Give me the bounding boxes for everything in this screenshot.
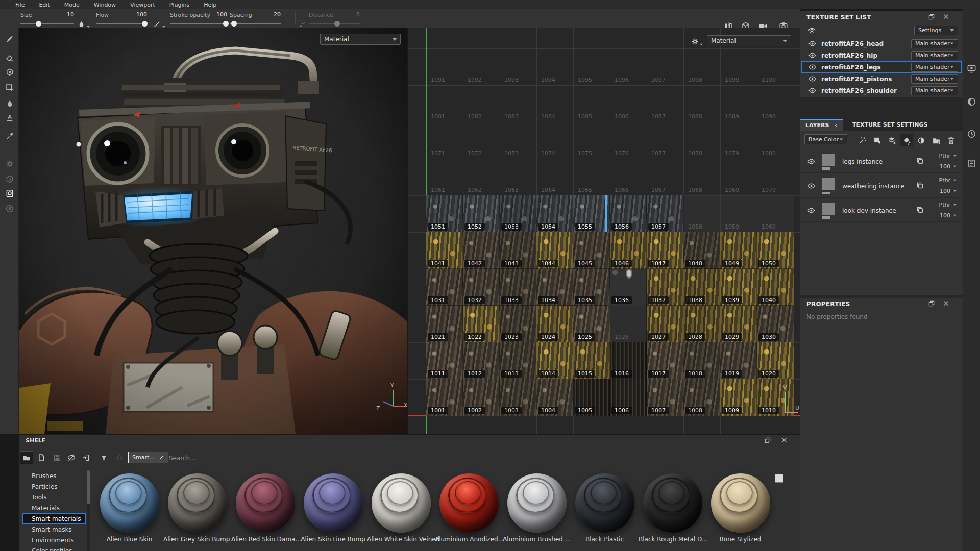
menu-file[interactable]: File — [8, 1, 32, 9]
filter-chip[interactable]: Smart... — [128, 452, 168, 463]
udim-tile-1060[interactable]: 1060 — [757, 195, 794, 232]
udim-tile-1046[interactable]: 1046 — [610, 232, 647, 269]
udim-tile-1017[interactable]: 1017 — [647, 342, 683, 379]
texture-set-settings-button[interactable]: Settings — [914, 26, 958, 35]
flow-slider[interactable] — [96, 23, 147, 24]
udim-tile-1049[interactable]: 1049 — [720, 232, 757, 269]
udim-tile-1071[interactable]: 1071 — [426, 122, 463, 159]
udim-tile-1040[interactable]: 1040 — [757, 269, 794, 306]
stroke_opacity-value[interactable]: 100 — [205, 11, 227, 18]
udim-tile-1053[interactable]: 1053 — [500, 195, 536, 232]
shelf-search-input[interactable] — [168, 452, 323, 464]
layer-visibility-icon[interactable] — [807, 158, 815, 165]
substance-share-icon[interactable] — [0, 202, 19, 216]
shelf-close-icon[interactable] — [781, 437, 788, 443]
texture-set-row-retrofitaf26-hip[interactable]: retrofitAF26_hip Main shader — [801, 49, 962, 61]
layer-row-look-dev-instance[interactable]: look dev instance Pthr 100 — [800, 199, 963, 222]
menu-mode[interactable]: Mode — [57, 1, 87, 9]
layer-opacity[interactable]: 100 — [940, 163, 957, 170]
brush-tip-preview[interactable] — [78, 20, 90, 28]
udim-tile-1085[interactable]: 1085 — [573, 85, 610, 122]
udim-tile-1018[interactable]: 1018 — [683, 342, 720, 379]
shader-dropdown[interactable]: Main shader — [911, 63, 958, 72]
material-sphere-preview[interactable] — [575, 473, 634, 533]
udim-tile-1095[interactable]: 1095 — [573, 48, 610, 85]
udim-tile-1051[interactable]: 1051 — [426, 195, 463, 232]
udim-tile-1089[interactable]: 1089 — [720, 85, 757, 122]
udim-tile-1016[interactable]: 1016 — [610, 342, 647, 379]
flow-value[interactable]: 100 — [125, 11, 147, 18]
udim-tile-1006[interactable]: 1006 — [610, 379, 647, 416]
udim-tile-1084[interactable]: 1084 — [536, 85, 573, 122]
shelf-category-environments[interactable]: Environments — [32, 537, 74, 544]
distance-slider[interactable] — [309, 23, 360, 24]
viewport3d-shading-dropdown[interactable]: Material — [320, 34, 401, 45]
shelf-category-materials[interactable]: Materials — [32, 505, 60, 512]
log-icon[interactable] — [963, 156, 980, 170]
udim-tile-1013[interactable]: 1013 — [500, 342, 536, 379]
channel-dropdown[interactable]: Base Color — [804, 134, 847, 144]
udim-tile-1080[interactable]: 1080 — [757, 122, 794, 159]
visibility-eye-icon[interactable] — [808, 40, 816, 47]
menu-edit[interactable]: Edit — [32, 1, 57, 9]
add-fill-icon[interactable] — [900, 134, 913, 146]
texture-set-list-header-undock-icon[interactable] — [928, 13, 935, 20]
udim-tile-1036[interactable]: 1036 — [610, 269, 647, 306]
udim-tile-1059[interactable]: 1059 — [720, 195, 757, 232]
eraser-icon[interactable] — [0, 50, 19, 64]
visibility-eye-icon[interactable] — [808, 63, 816, 71]
tab-close-icon[interactable] — [833, 123, 838, 128]
menu-plugins[interactable]: Plugins — [162, 1, 197, 9]
history-icon[interactable] — [963, 127, 980, 141]
udim-tile-1094[interactable]: 1094 — [536, 48, 573, 85]
udim-tile-1007[interactable]: 1007 — [647, 379, 683, 416]
shelf-category-particles[interactable]: Particles — [32, 483, 58, 490]
layer-name[interactable]: weathering instance — [842, 183, 904, 190]
material-alien-red-skin-dama[interactable]: Alien Red Skin Dama... — [231, 473, 299, 543]
material-alien-blue-skin[interactable]: Alien Blue Skin — [95, 473, 163, 543]
material-bone-stylized[interactable]: Bone Stylized — [706, 473, 774, 543]
udim-tile-1067[interactable]: 1067 — [647, 159, 683, 195]
texture-set-row-retrofitaf26-legs[interactable]: retrofitAF26_legs Main shader — [801, 61, 962, 73]
material-alien-white-skin-veined[interactable]: Alien White Skin Veined — [367, 473, 435, 543]
visibility-eye-icon[interactable] — [808, 87, 816, 94]
udim-tile-1032[interactable]: 1032 — [463, 269, 500, 306]
udim-tile-1092[interactable]: 1092 — [463, 48, 500, 85]
texture-set-row-retrofitaf26-shoulder[interactable]: retrofitAF26_shoulder Main shader — [801, 85, 962, 96]
udim-tile-1012[interactable]: 1012 — [463, 342, 500, 379]
material-aluminium-brushed[interactable]: Aluminium Brushed ... — [503, 473, 571, 543]
udim-tile-1029[interactable]: 1029 — [720, 306, 757, 342]
material-sphere-preview[interactable] — [168, 473, 227, 533]
udim-tile-1009[interactable]: 1009 — [720, 379, 757, 416]
tab-layers[interactable]: LAYERS — [800, 119, 843, 131]
visibility-sync-icon[interactable] — [807, 26, 816, 35]
udim-tile-1052[interactable]: 1052 — [463, 195, 500, 232]
udim-tile-1077[interactable]: 1077 — [647, 122, 683, 159]
udim-tile-1004[interactable]: 1004 — [536, 379, 573, 416]
udim-tile-1073[interactable]: 1073 — [500, 122, 536, 159]
shelf-category-tools[interactable]: Tools — [32, 494, 47, 501]
material-aluminium-anodized[interactable]: Aluminium Anodized... — [435, 473, 503, 543]
shader-settings-icon[interactable] — [963, 94, 980, 109]
udim-tile-1041[interactable]: 1041 — [426, 232, 463, 269]
udim-tile-1019[interactable]: 1019 — [720, 342, 757, 379]
udim-tile-1063[interactable]: 1063 — [500, 159, 536, 195]
udim-tile-1065[interactable]: 1065 — [573, 159, 610, 195]
add-folder-icon[interactable] — [929, 134, 943, 146]
properties-header-undock-icon[interactable] — [928, 300, 935, 307]
clone-stamp-icon[interactable] — [0, 111, 19, 126]
material-alien-skin-fine-bump[interactable]: Alien Skin Fine Bump — [299, 473, 367, 543]
resources-updater-icon[interactable] — [0, 186, 19, 201]
filter-icon[interactable] — [97, 451, 110, 464]
layer-row-weathering-instance[interactable]: weathering instance Pthr 100 — [800, 174, 963, 198]
delete-icon[interactable] — [944, 134, 958, 146]
viewport2d-shading-dropdown[interactable]: Material — [707, 35, 791, 46]
layer-visibility-icon[interactable] — [807, 207, 815, 214]
udim-tile-1057[interactable]: 1057 — [647, 195, 683, 232]
udim-tile-1091[interactable]: 1091 — [426, 48, 463, 85]
udim-tile-1005[interactable]: 1005 — [573, 379, 610, 416]
stroke_opacity-slider[interactable] — [170, 23, 227, 24]
udim-tile-1033[interactable]: 1033 — [500, 269, 536, 306]
udim-tile-1068[interactable]: 1068 — [683, 159, 720, 195]
udim-tile-1039[interactable]: 1039 — [720, 269, 757, 306]
